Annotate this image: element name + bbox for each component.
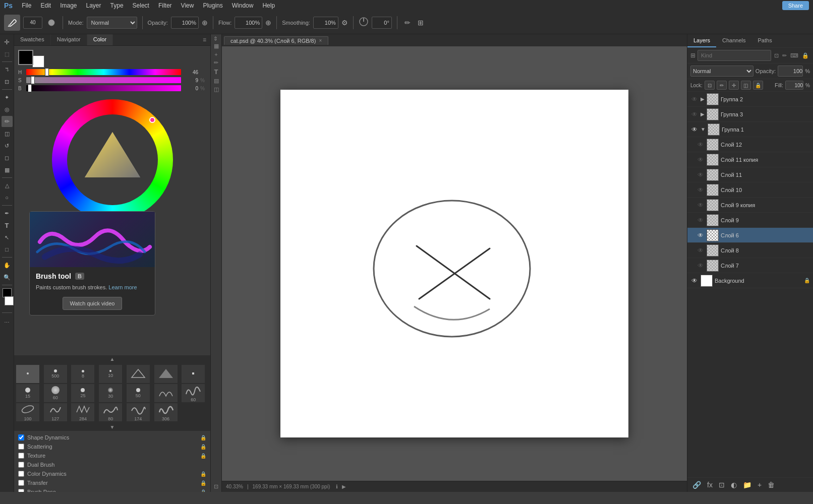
tool-gradient[interactable]: ▦ <box>2 164 13 175</box>
menu-help[interactable]: Help <box>258 1 279 10</box>
brush-preset-7[interactable]: 30 <box>99 384 122 402</box>
tool-pen[interactable]: ✒ <box>2 208 13 219</box>
brush-preset-8[interactable]: 50 <box>127 384 150 402</box>
brush-preset-12[interactable]: 284 <box>71 403 94 421</box>
lock-artboard-btn[interactable]: ◫ <box>741 81 751 90</box>
layer-item-9[interactable]: 👁 Слой 9 <box>687 213 813 228</box>
brush-hardness-icon[interactable] <box>45 17 57 29</box>
foreground-swatch[interactable] <box>18 50 33 65</box>
lock-all-btn[interactable]: 🔒 <box>753 81 763 90</box>
add-mask-btn[interactable]: ⊡ <box>717 480 727 490</box>
brush-pose-checkbox[interactable] <box>18 489 24 492</box>
add-group-btn[interactable]: 📁 <box>741 480 753 490</box>
tool-move[interactable]: ✛ <box>2 36 13 47</box>
brush-preset-special2[interactable] <box>154 365 178 383</box>
menu-filter[interactable]: Filter <box>154 1 176 10</box>
brush-preset-5[interactable]: 60 <box>44 384 67 402</box>
tool-clone[interactable]: ◫ <box>2 128 13 139</box>
tool-path-select[interactable]: ↖ <box>2 232 13 243</box>
delete-layer-btn[interactable]: 🗑 <box>766 480 777 490</box>
brush-preset-14[interactable]: 174 <box>127 403 150 421</box>
link-layers-btn[interactable]: 🔗 <box>690 480 703 490</box>
layer-vis-group3[interactable]: 👁 <box>690 111 699 118</box>
angle-input[interactable] <box>372 17 392 29</box>
brush-preset-6[interactable]: 25 <box>71 384 94 402</box>
menu-window[interactable]: Window <box>228 1 258 10</box>
tool-history[interactable]: ↺ <box>2 140 13 151</box>
tool-zoom[interactable]: 🔍 <box>2 272 13 283</box>
brush-preset-4[interactable]: 15 <box>16 384 39 402</box>
layer-item-group3[interactable]: 👁 ▶ Группа 3 <box>687 107 813 122</box>
tool-lasso[interactable]: ꕐ <box>2 64 13 75</box>
angle-icon[interactable] <box>359 17 369 28</box>
tooltip-video-preview[interactable]: ▶ <box>30 212 155 267</box>
color-wheel[interactable] <box>52 99 173 220</box>
tab-layers[interactable]: Layers <box>687 34 716 47</box>
canvas-wrapper[interactable] <box>222 46 687 481</box>
brush-preset-10[interactable]: 100 <box>16 403 39 421</box>
tool-eyedropper[interactable]: ✦ <box>2 92 13 103</box>
status-info-icon[interactable]: ℹ <box>336 484 338 489</box>
panel-add-icon[interactable]: + <box>214 51 217 57</box>
menu-type[interactable]: Type <box>106 1 128 10</box>
layer-vis-6[interactable]: 👁 <box>696 232 705 239</box>
learn-more-link[interactable]: Learn more <box>108 284 137 290</box>
shape-dynamics-checkbox[interactable] <box>18 434 24 440</box>
layer-item-6[interactable]: 👁 Слой 6 <box>687 228 813 243</box>
layer-item-9-copy[interactable]: 👁 Слой 9 копия <box>687 198 813 213</box>
tab-color[interactable]: Color <box>87 34 113 45</box>
brush-preset-0[interactable] <box>16 365 39 383</box>
canvas[interactable] <box>280 90 628 437</box>
smoothing-input[interactable] <box>313 17 338 29</box>
add-layer-btn[interactable]: + <box>756 480 764 490</box>
brush-preset-9[interactable]: 60 <box>182 384 205 402</box>
tab-navigator[interactable]: Navigator <box>51 34 87 45</box>
lock-transparent-btn[interactable]: ⊡ <box>705 81 715 90</box>
brush-preset-special3[interactable] <box>182 365 205 383</box>
tool-select[interactable]: ⬚ <box>2 48 13 59</box>
tab-paths[interactable]: Paths <box>752 34 778 47</box>
brush-size-input[interactable]: 40 <box>23 17 42 29</box>
panel-brush-icon[interactable]: ✏ <box>214 59 218 66</box>
layer-vis-7[interactable]: 👁 <box>696 262 705 269</box>
color-selector-dot[interactable] <box>149 117 155 123</box>
group3-arrow[interactable]: ▶ <box>701 111 705 117</box>
tool-heal[interactable]: ◎ <box>2 104 13 115</box>
layer-item-8[interactable]: 👁 Слой 8 <box>687 243 813 258</box>
brush-preset-13[interactable]: 80 <box>99 403 122 421</box>
panel-text-icon[interactable]: T <box>214 68 218 76</box>
tool-shape[interactable]: □ <box>2 244 13 255</box>
menu-view[interactable]: View <box>177 1 198 10</box>
layer-vis-8[interactable]: 👁 <box>696 247 705 254</box>
tool-hand[interactable]: ✋ <box>2 260 13 271</box>
status-next-icon[interactable]: ▶ <box>342 484 346 489</box>
lock-position-btn[interactable]: ✛ <box>729 81 739 90</box>
scattering-checkbox[interactable] <box>18 444 24 450</box>
layer-vis-10[interactable]: 👁 <box>696 186 705 194</box>
brush-scroll-down[interactable]: ▼ <box>14 423 210 431</box>
fill-input[interactable] <box>785 81 803 90</box>
layers-search-input[interactable] <box>701 52 768 58</box>
extra-settings-icon[interactable]: ⊞ <box>416 19 426 27</box>
brush-preset-special1[interactable] <box>127 365 150 383</box>
layer-vis-group2[interactable]: 👁 <box>690 96 699 103</box>
panel-adjust-icon[interactable]: ⊡ <box>214 483 218 490</box>
hue-slider[interactable] <box>26 69 181 75</box>
texture-checkbox[interactable] <box>18 453 24 459</box>
brush-preset-3[interactable]: 10 <box>99 365 122 383</box>
brush-preset-11[interactable]: 127 <box>44 403 67 421</box>
lock-image-btn[interactable]: ✏ <box>717 81 727 90</box>
panel-resize-icon[interactable]: ◫ <box>214 86 219 93</box>
tool-crop[interactable]: ⊡ <box>2 76 13 87</box>
canvas-tab-cat[interactable]: cat.psd @ 40.3% (Слой 6, RGB/8) × <box>224 36 328 45</box>
stylus-icon[interactable]: ✏ <box>402 19 413 27</box>
layer-item-11-copy[interactable]: 👁 Слой 11 копия <box>687 152 813 167</box>
brush-tool-icon[interactable] <box>4 15 20 31</box>
pressure-flow-icon[interactable]: ⊕ <box>265 19 271 27</box>
mode-select[interactable]: Normal <box>87 17 137 29</box>
watch-video-button[interactable]: Watch quick video <box>63 297 123 310</box>
layer-vis-background[interactable]: 👁 <box>690 277 699 284</box>
opacity-input[interactable] <box>171 17 199 29</box>
layer-item-10[interactable]: 👁 Слой 10 <box>687 182 813 198</box>
layer-vis-12[interactable]: 👁 <box>696 141 705 148</box>
